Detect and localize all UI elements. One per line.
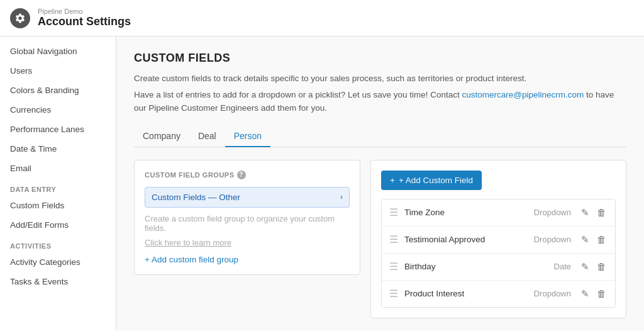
group-hint-text: Create a custom field group to organize … xyxy=(145,214,350,233)
field-type-birthday: Date xyxy=(554,262,571,271)
drag-handle-icon[interactable]: ☰ xyxy=(389,288,398,300)
edit-field-button[interactable]: ✎ xyxy=(580,287,591,301)
tab-company[interactable]: Company xyxy=(134,126,189,147)
field-actions-product-interest: ✎ 🗑 xyxy=(580,287,608,301)
edit-field-button[interactable]: ✎ xyxy=(580,233,591,247)
sidebar-section-data-entry: DATA ENTRY xyxy=(0,178,116,196)
plus-icon: + xyxy=(390,176,395,185)
sidebar-item-add-edit-forms[interactable]: Add/Edit Forms xyxy=(0,215,116,235)
add-group-link[interactable]: + Add custom field group xyxy=(145,255,350,264)
edit-field-button[interactable]: ✎ xyxy=(580,260,591,274)
custom-fields-list: ☰ Time Zone Dropdown ✎ 🗑 ☰ Testimonial A… xyxy=(381,199,616,308)
tab-deal[interactable]: Deal xyxy=(189,126,225,147)
learn-more-link[interactable]: Click here to learn more xyxy=(145,238,350,247)
sidebar-item-performance-lanes[interactable]: Performance Lanes xyxy=(0,120,116,139)
add-custom-field-button[interactable]: + + Add Custom Field xyxy=(381,171,482,190)
field-groups-panel-title: CUSTOM FIELD GROUPS ? xyxy=(145,171,350,179)
field-group-item-label: Custom Fields — Other xyxy=(152,193,240,202)
table-row: ☰ Testimonial Approved Dropdown ✎ 🗑 xyxy=(382,227,615,254)
tab-bar: Company Deal Person xyxy=(134,126,626,147)
header-text: Pipeline Demo Account Settings xyxy=(38,8,131,28)
gear-icon xyxy=(10,8,30,28)
sidebar-item-currencies[interactable]: Currencies xyxy=(0,100,116,120)
sidebar-item-global-navigation[interactable]: Global Navigation xyxy=(0,42,116,61)
support-email-link[interactable]: customercare@pipelinecrm.com xyxy=(462,90,584,99)
sidebar-item-date-time[interactable]: Date & Time xyxy=(0,139,116,159)
delete-field-button[interactable]: 🗑 xyxy=(596,287,608,301)
field-name-product-interest: Product Interest xyxy=(404,289,534,298)
table-row: ☰ Product Interest Dropdown ✎ 🗑 xyxy=(382,281,615,307)
header-subtitle: Pipeline Demo xyxy=(38,8,131,15)
field-groups-column: CUSTOM FIELD GROUPS ? Custom Fields — Ot… xyxy=(134,160,360,318)
sidebar-item-colors-branding[interactable]: Colors & Branding xyxy=(0,81,116,100)
edit-field-button[interactable]: ✎ xyxy=(580,206,591,220)
page-title: CUSTOM FIELDS xyxy=(134,52,626,65)
two-column-layout: CUSTOM FIELD GROUPS ? Custom Fields — Ot… xyxy=(134,160,626,318)
custom-fields-column: + + Add Custom Field ☰ Time Zone Dropdow… xyxy=(370,160,626,318)
custom-fields-panel: + + Add Custom Field ☰ Time Zone Dropdow… xyxy=(370,160,626,318)
description-2: Have a list of entries to add for a drop… xyxy=(134,89,626,115)
sidebar-item-tasks-events[interactable]: Tasks & Events xyxy=(0,272,116,291)
sidebar-item-email[interactable]: Email xyxy=(0,159,116,178)
help-icon[interactable]: ? xyxy=(237,171,246,179)
header-title: Account Settings xyxy=(38,15,131,28)
description-2-prefix: Have a list of entries to add for a drop… xyxy=(134,90,462,99)
sidebar-item-custom-fields[interactable]: Custom Fields xyxy=(0,196,116,215)
sidebar-section-activities: ACTIVITIES xyxy=(0,235,116,252)
sidebar-item-activity-categories[interactable]: Activity Categories xyxy=(0,252,116,272)
add-custom-field-label: + Add Custom Field xyxy=(399,176,473,185)
field-actions-birthday: ✎ 🗑 xyxy=(580,260,608,274)
tab-person[interactable]: Person xyxy=(225,126,270,147)
app-header: Pipeline Demo Account Settings xyxy=(0,0,644,36)
drag-handle-icon[interactable]: ☰ xyxy=(389,206,398,218)
field-type-testimonial: Dropdown xyxy=(534,235,571,244)
table-row: ☰ Time Zone Dropdown ✎ 🗑 xyxy=(382,199,615,227)
field-actions-time-zone: ✎ 🗑 xyxy=(580,206,608,220)
field-name-birthday: Birthday xyxy=(404,262,554,271)
chevron-right-icon: › xyxy=(340,193,343,201)
field-group-item-other[interactable]: Custom Fields — Other › xyxy=(145,187,350,208)
field-actions-testimonial: ✎ 🗑 xyxy=(580,233,608,247)
field-type-time-zone: Dropdown xyxy=(534,208,571,217)
delete-field-button[interactable]: 🗑 xyxy=(596,260,608,274)
field-name-testimonial: Testimonial Approved xyxy=(404,235,534,244)
drag-handle-icon[interactable]: ☰ xyxy=(389,233,398,245)
field-type-product-interest: Dropdown xyxy=(534,289,571,298)
delete-field-button[interactable]: 🗑 xyxy=(596,233,608,247)
table-row: ☰ Birthday Date ✎ 🗑 xyxy=(382,254,615,281)
description-1: Create custom fields to track details sp… xyxy=(134,72,626,85)
sidebar: Global Navigation Users Colors & Brandin… xyxy=(0,36,116,331)
field-name-time-zone: Time Zone xyxy=(404,208,534,217)
drag-handle-icon[interactable]: ☰ xyxy=(389,261,398,272)
sidebar-item-users[interactable]: Users xyxy=(0,61,116,81)
field-groups-panel: CUSTOM FIELD GROUPS ? Custom Fields — Ot… xyxy=(134,160,360,275)
delete-field-button[interactable]: 🗑 xyxy=(596,206,608,220)
main-layout: Global Navigation Users Colors & Brandin… xyxy=(0,36,644,331)
main-content: CUSTOM FIELDS Create custom fields to tr… xyxy=(116,36,644,331)
